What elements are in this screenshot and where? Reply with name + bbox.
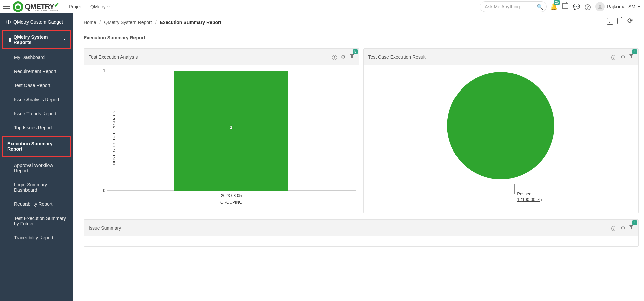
pie-label-line2: 1 (100.00 %): [517, 197, 542, 202]
breadcrumb-row: Home / QMetry System Report / Execution …: [78, 13, 644, 30]
filter-badge: 5: [353, 49, 358, 54]
filter-badge: 4: [632, 49, 637, 54]
sidebar-item-requirement-report[interactable]: Requirement Report: [1, 64, 73, 78]
sidebar: QMetry Custom Gadget QMetry System Repor…: [0, 13, 73, 301]
card-title: Test Execution Analysis: [89, 54, 138, 60]
top-icons: 🔔25 ? Rajkumar SM ▼: [550, 2, 641, 11]
y-axis-ticks: 1 0: [101, 71, 107, 191]
export-pdf-icon[interactable]: [607, 18, 613, 26]
sidebar-item-test-case-report[interactable]: Test Case Report: [1, 78, 73, 93]
breadcrumb-current: Execution Summary Report: [160, 20, 222, 25]
calendar-icon[interactable]: [562, 3, 568, 11]
refresh-icon[interactable]: [627, 18, 633, 26]
breadcrumb-sep: /: [155, 20, 157, 25]
gear-icon[interactable]: [341, 54, 345, 60]
search-wrap: 🔍: [480, 1, 547, 12]
chat-icon[interactable]: [573, 3, 580, 10]
sidebar-item-execution-summary[interactable]: Execution Summary Report: [3, 137, 70, 156]
search-icon[interactable]: 🔍: [537, 4, 543, 10]
gear-icon[interactable]: [621, 225, 625, 231]
caret-down-icon: ▼: [637, 5, 641, 9]
nav-project[interactable]: Project: [69, 4, 84, 10]
y-tick: 1: [103, 68, 105, 73]
avatar-icon: [595, 2, 605, 11]
breadcrumb-system-report[interactable]: QMetry System Report: [104, 20, 152, 25]
sidebar-item-system-reports[interactable]: QMetry System Reports ﹀: [3, 31, 70, 48]
card-execution-result: Test Case Execution Result i 4: [363, 48, 639, 213]
logo-check-icon: ✔: [54, 2, 59, 8]
card-header: Test Execution Analysis i 5: [84, 49, 359, 65]
x-axis-label: GROUPING: [107, 200, 356, 205]
sidebar-item-issue-analysis-report[interactable]: Issue Analysis Report: [1, 93, 73, 107]
sidebar-item-my-dashboard[interactable]: My Dashboard: [1, 50, 73, 64]
chevron-down-icon: ﹀: [107, 5, 110, 9]
logo[interactable]: QMETRY✔ TEST MANAGEMENT: [13, 1, 59, 12]
page-title: Execution Summary Report: [78, 30, 644, 45]
nav-qmetry[interactable]: QMetry﹀: [90, 4, 110, 10]
sidebar-item-top-issues-report[interactable]: Top Issues Report: [1, 121, 73, 135]
logo-mark-icon: [13, 1, 23, 12]
info-icon[interactable]: i: [611, 54, 616, 60]
breadcrumb-home[interactable]: Home: [84, 20, 96, 25]
globe-icon: [6, 20, 11, 24]
y-tick: 0: [103, 188, 105, 193]
sidebar-item-reusability[interactable]: Reusability Report: [1, 197, 73, 211]
notifications-icon[interactable]: 🔔25: [550, 3, 557, 10]
logo-text: QMETRY✔ TEST MANAGEMENT: [25, 2, 59, 11]
filter-icon[interactable]: 5: [350, 54, 354, 60]
nav-qmetry-label: QMetry: [90, 4, 106, 9]
highlight-execution-summary: Execution Summary Report: [2, 136, 71, 157]
filter-icon[interactable]: 4: [629, 54, 634, 60]
pie-leader-line: [514, 184, 515, 194]
card-header: Issue Summary i 4: [84, 220, 638, 236]
sidebar-item-test-exec-folder[interactable]: Test Execution Summary by Folder: [1, 211, 73, 231]
bar-passed[interactable]: 1: [174, 71, 288, 191]
main-content: Home / QMetry System Report / Execution …: [73, 13, 644, 301]
pie-label-line1: Passed:: [517, 191, 533, 196]
card-title: Issue Summary: [89, 225, 121, 231]
card-title: Test Case Execution Result: [368, 54, 426, 60]
card-body-truncated: [84, 236, 638, 246]
info-icon[interactable]: i: [611, 225, 616, 231]
card-execution-analysis: Test Execution Analysis i 5 COUNT BY EXE…: [84, 48, 359, 213]
user-menu[interactable]: Rajkumar SM ▼: [595, 2, 641, 11]
bar-area: 1: [107, 71, 356, 191]
breadcrumb-sep: /: [99, 20, 101, 25]
notif-badge: 25: [554, 0, 560, 5]
pie-label-passed[interactable]: Passed: 1 (100.00 %): [517, 191, 542, 203]
card-issue-summary: Issue Summary i 4: [84, 219, 639, 247]
gear-icon[interactable]: [621, 54, 625, 60]
top-nav: Project QMetry﹀: [69, 4, 110, 10]
page-actions: [607, 18, 633, 26]
bar-chart-icon: [7, 37, 11, 42]
sidebar-item-login-summary[interactable]: Login Summary Dashboard: [1, 178, 73, 197]
sidebar-label: QMetry Custom Gadget: [13, 19, 63, 25]
help-icon[interactable]: ?: [585, 3, 591, 10]
chart-bar: COUNT BY EXECUTION STATUS 1 0 1 2023-03-…: [84, 65, 359, 213]
logo-subtext: TEST MANAGEMENT: [33, 9, 59, 11]
top-bar: QMETRY✔ TEST MANAGEMENT Project QMetry﹀ …: [0, 0, 644, 13]
user-name: Rajkumar SM: [607, 4, 635, 9]
x-category: 2023-03-05: [107, 193, 356, 198]
highlight-system-reports: QMetry System Reports ﹀: [2, 30, 71, 49]
schedule-icon[interactable]: [617, 18, 623, 26]
info-icon[interactable]: i: [332, 54, 337, 60]
sidebar-item-issue-trends-report[interactable]: Issue Trends Report: [1, 107, 73, 121]
filter-icon[interactable]: 4: [629, 225, 634, 231]
sidebar-item-traceability[interactable]: Traceability Report: [1, 231, 73, 245]
sidebar-label: QMetry System Reports: [13, 34, 60, 45]
sidebar-item-approval-workflow[interactable]: Approval Workflow Report: [1, 158, 73, 178]
filter-badge: 4: [632, 220, 637, 225]
sidebar-item-custom-gadget[interactable]: QMetry Custom Gadget: [1, 15, 73, 29]
chevron-down-icon: ﹀: [63, 37, 66, 42]
pie-slice-passed[interactable]: [447, 72, 554, 179]
menu-toggle-icon[interactable]: [3, 4, 10, 10]
svg-point-0: [599, 5, 601, 7]
card-header: Test Case Execution Result i 4: [364, 49, 639, 65]
breadcrumb: Home / QMetry System Report / Execution …: [84, 20, 221, 25]
chart-pie: Passed: 1 (100.00 %): [364, 65, 639, 213]
